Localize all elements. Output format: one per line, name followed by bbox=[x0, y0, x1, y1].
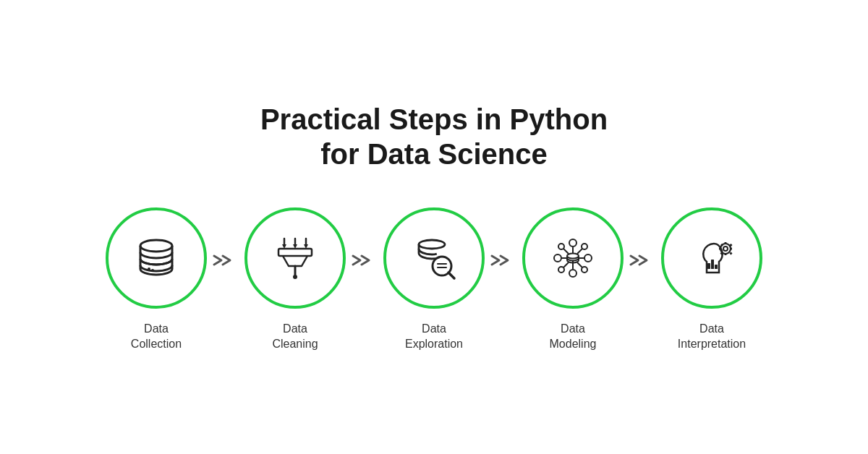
svg-line-21 bbox=[563, 249, 569, 254]
svg-rect-41 bbox=[719, 248, 721, 250]
svg-rect-40 bbox=[725, 253, 727, 255]
arrow-2 bbox=[349, 244, 380, 276]
arrow-3 bbox=[488, 244, 519, 276]
svg-point-0 bbox=[140, 240, 172, 252]
svg-rect-9 bbox=[278, 249, 312, 256]
step-label-data-cleaning: DataCleaning bbox=[272, 322, 318, 352]
arrow-4 bbox=[626, 244, 658, 276]
svg-rect-39 bbox=[725, 242, 727, 244]
svg-point-29 bbox=[584, 254, 592, 262]
circle-data-collection bbox=[106, 207, 207, 309]
step-data-interpretation: DataInterpretation bbox=[661, 207, 762, 352]
svg-rect-35 bbox=[711, 260, 714, 269]
brain-chart-icon bbox=[686, 233, 737, 283]
svg-point-27 bbox=[569, 270, 576, 277]
circle-data-cleaning bbox=[244, 207, 346, 309]
svg-point-31 bbox=[582, 244, 587, 249]
svg-line-14 bbox=[448, 273, 454, 278]
svg-point-12 bbox=[419, 240, 445, 249]
svg-point-1 bbox=[148, 267, 150, 270]
svg-rect-36 bbox=[715, 265, 718, 269]
filter-icon bbox=[270, 233, 320, 283]
svg-line-24 bbox=[577, 262, 582, 267]
circle-data-exploration bbox=[383, 207, 485, 309]
svg-rect-34 bbox=[707, 263, 710, 269]
svg-point-33 bbox=[582, 267, 587, 273]
step-data-collection: DataCollection bbox=[106, 207, 207, 352]
step-data-exploration: DataExploration bbox=[383, 207, 485, 352]
svg-point-11 bbox=[293, 275, 297, 279]
step-label-data-modeling: DataModeling bbox=[550, 322, 597, 352]
svg-point-32 bbox=[558, 267, 564, 273]
circle-data-modeling bbox=[522, 207, 624, 309]
network-icon bbox=[548, 233, 598, 283]
search-db-icon bbox=[409, 233, 459, 283]
step-label-data-exploration: DataExploration bbox=[405, 322, 463, 352]
svg-point-25 bbox=[567, 254, 579, 259]
step-label-data-interpretation: DataInterpretation bbox=[678, 322, 746, 352]
svg-line-23 bbox=[563, 262, 569, 267]
step-data-modeling: DataModeling bbox=[522, 207, 624, 352]
svg-point-30 bbox=[558, 244, 564, 249]
step-label-data-collection: DataCollection bbox=[131, 322, 182, 352]
svg-rect-42 bbox=[730, 248, 732, 250]
page-title: Practical Steps in Python for Data Scien… bbox=[260, 102, 608, 171]
svg-point-26 bbox=[569, 239, 576, 247]
svg-point-28 bbox=[554, 254, 561, 262]
svg-point-38 bbox=[723, 247, 728, 251]
svg-line-22 bbox=[577, 249, 582, 254]
database-icon bbox=[131, 233, 182, 283]
step-data-cleaning: DataCleaning bbox=[244, 207, 346, 352]
arrow-1 bbox=[210, 244, 242, 276]
svg-point-2 bbox=[151, 269, 154, 272]
circle-data-interpretation bbox=[661, 207, 762, 309]
steps-container: DataCollection bbox=[106, 207, 762, 352]
